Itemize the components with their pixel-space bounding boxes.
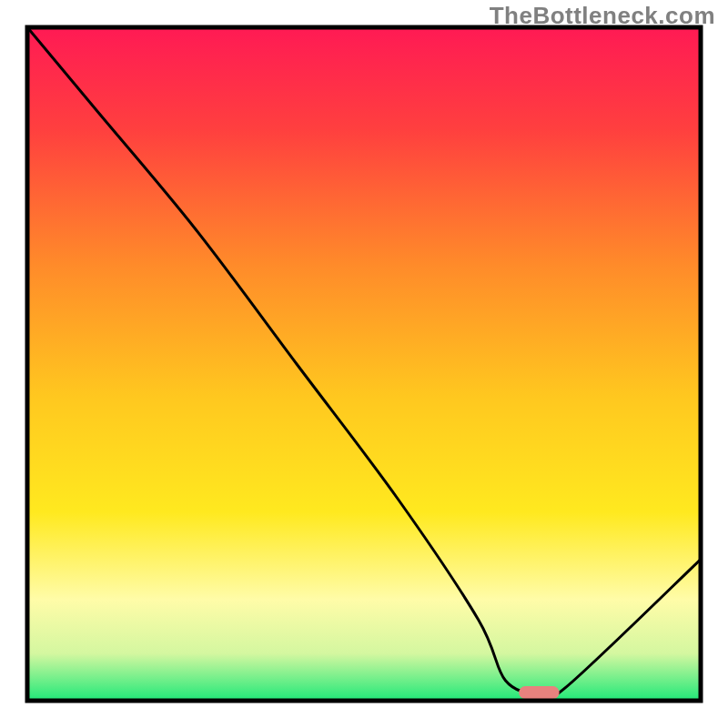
chart-container: TheBottleneck.com [0,0,728,728]
watermark-text: TheBottleneck.com [490,2,715,30]
gradient-background [27,27,701,701]
bottleneck-chart [0,0,728,728]
optimal-range-marker [519,686,559,699]
